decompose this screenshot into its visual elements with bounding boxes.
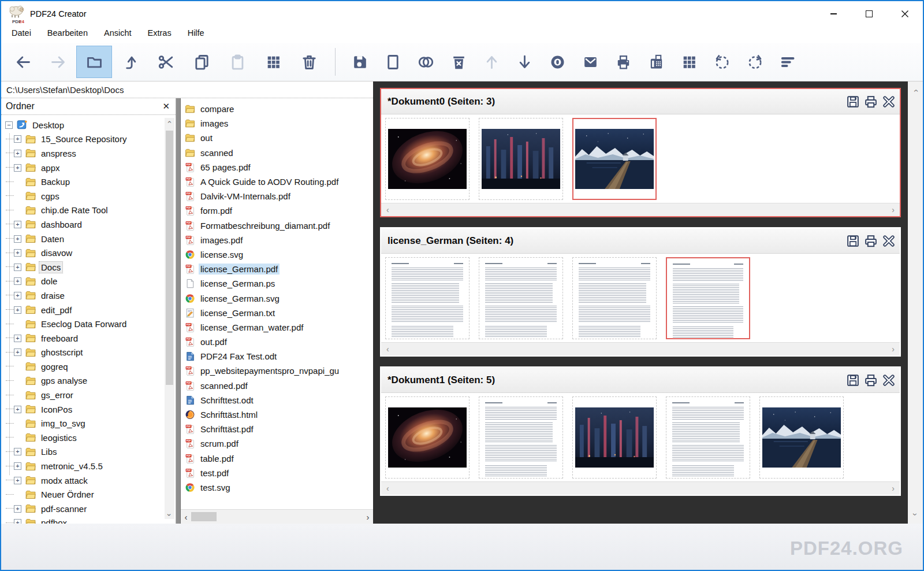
import-file-button[interactable] xyxy=(112,46,148,78)
tree-item-metronic-v4-5-5[interactable]: +metronic_v4.5.5 xyxy=(1,459,176,473)
expand-icon[interactable]: + xyxy=(14,348,21,356)
file-item-scrum-pdf[interactable]: PDFscrum.pdf xyxy=(185,436,373,451)
scroll-right-arrow-icon[interactable]: › xyxy=(892,205,895,214)
file-item-out[interactable]: out xyxy=(185,131,373,145)
fax-button[interactable] xyxy=(640,46,673,78)
file-item-schriftt-st-html[interactable]: Schrifttäst.html xyxy=(185,407,373,422)
tree-item-freeboard[interactable]: +freeboard xyxy=(1,331,176,346)
tree-item-docs[interactable]: +Docs xyxy=(1,260,176,275)
file-item-scanned-pdf[interactable]: PDFscanned.pdf xyxy=(185,379,373,393)
close-document-button[interactable] xyxy=(881,233,896,249)
save-button[interactable] xyxy=(344,46,377,78)
tree-item-neuer-rdner[interactable]: Neuer Ördner xyxy=(1,487,176,502)
tree-item-pdfbox[interactable]: +pdfbox xyxy=(1,516,176,524)
close-button[interactable] xyxy=(887,1,923,27)
path-bar[interactable]: C:\Users\Stefan\Desktop\Docs xyxy=(1,81,373,98)
file-item-form-pdf[interactable]: PDFform.pdf xyxy=(185,203,373,218)
document-group-0[interactable]: *Dokument0 (Seiten: 3)‹› xyxy=(380,88,901,217)
pane-divider[interactable] xyxy=(176,98,181,524)
page-grid-button[interactable] xyxy=(255,46,291,78)
file-item-pdf24-fax-test-odt[interactable]: PDF24 Fax Test.odt xyxy=(185,349,373,364)
page-thumbnail-1-galaxy[interactable] xyxy=(385,118,470,200)
menu-bearbeiten[interactable]: Bearbeiten xyxy=(39,27,96,39)
expand-icon[interactable]: + xyxy=(14,164,21,172)
document-header[interactable]: license_German (Seiten: 4) xyxy=(381,228,900,254)
expand-icon[interactable]: + xyxy=(14,462,21,470)
tree-item-desktop[interactable]: −Desktop xyxy=(1,118,176,132)
delete-document-button[interactable] xyxy=(442,46,475,78)
print-document-button[interactable] xyxy=(863,373,878,388)
tree-item-gogreq[interactable]: gogreq xyxy=(1,359,176,374)
tree-item-img-to-svg[interactable]: img_to_svg xyxy=(1,416,176,431)
page-thumbnail-4-text[interactable] xyxy=(666,396,750,479)
page-thumbnail-4-text[interactable] xyxy=(666,257,750,339)
page-thumbnail-1-galaxy[interactable] xyxy=(385,396,470,479)
document-horizontal-scrollbar[interactable]: ‹› xyxy=(381,203,900,216)
document-header[interactable]: *Dokument0 (Seiten: 3) xyxy=(381,89,900,114)
document-header[interactable]: *Dokument1 (Seiten: 5) xyxy=(381,368,900,393)
menu-datei[interactable]: Datei xyxy=(3,27,39,39)
file-item-out-pdf[interactable]: PDFout.pdf xyxy=(185,335,373,349)
page-grid-2-button[interactable] xyxy=(673,46,706,78)
save-document-button[interactable] xyxy=(845,233,860,249)
expand-icon[interactable]: + xyxy=(14,235,21,243)
scroll-down-arrow-icon[interactable]: › xyxy=(166,514,174,516)
document-group-1[interactable]: license_German (Seiten: 4)‹› xyxy=(380,227,901,357)
tree-item-15-source-repository[interactable]: +15_Source Repository xyxy=(1,132,176,147)
file-item-license-german-ps[interactable]: license_German.ps xyxy=(185,276,373,291)
scroll-right-arrow-icon[interactable]: › xyxy=(892,484,895,493)
print-button[interactable] xyxy=(607,46,640,78)
tree-item-appx[interactable]: +appx xyxy=(1,161,176,175)
expand-icon[interactable]: + xyxy=(14,150,21,157)
file-item-license-svg[interactable]: license.svg xyxy=(185,247,373,262)
scroll-left-arrow-icon[interactable]: ‹ xyxy=(386,344,389,354)
scroll-up-arrow-icon[interactable]: › xyxy=(166,121,174,123)
page-thumbnail-1-text[interactable] xyxy=(385,257,470,339)
scroll-left-arrow-icon[interactable]: ‹ xyxy=(386,484,389,493)
tree-item-edit-pdf[interactable]: +edit_pdf xyxy=(1,303,176,317)
file-item-dalvik-vm-internals-pdf[interactable]: PDFDalvik-VM-Internals.pdf xyxy=(185,189,373,203)
page-thumbnail-2-text[interactable] xyxy=(479,396,563,479)
file-item-scanned[interactable]: scanned xyxy=(185,146,373,160)
file-item-a-quick-guide-to-aodv-routing-pdf[interactable]: PDFA Quick Guide to AODV Routing.pdf xyxy=(185,175,373,189)
scroll-up-arrow-icon[interactable]: › xyxy=(911,90,920,92)
expand-icon[interactable]: + xyxy=(14,221,21,228)
file-list-horizontal-scrollbar[interactable]: ‹ › xyxy=(181,509,373,524)
minimize-button[interactable] xyxy=(815,1,851,27)
email-button[interactable] xyxy=(574,46,607,78)
copy-button[interactable] xyxy=(184,46,219,78)
scroll-left-arrow-icon[interactable]: ‹ xyxy=(386,205,389,214)
file-item-images[interactable]: images xyxy=(185,116,373,131)
sort-button[interactable] xyxy=(772,46,804,78)
file-item-65-pages-pdf[interactable]: PDF65 pages.pdf xyxy=(185,160,373,175)
file-item-license-german-svg[interactable]: license_German.svg xyxy=(185,291,373,305)
save-document-button[interactable] xyxy=(845,373,860,388)
expand-icon[interactable]: + xyxy=(14,292,21,299)
tree-item-draise[interactable]: +draise xyxy=(1,288,176,303)
print-document-button[interactable] xyxy=(863,233,878,249)
page-thumbnail-2-text[interactable] xyxy=(479,257,563,339)
tree-vertical-scrollbar[interactable]: › › xyxy=(165,118,174,519)
blank-page-button[interactable] xyxy=(377,46,409,78)
tree-item-dole[interactable]: +dole xyxy=(1,275,176,289)
delete-button[interactable] xyxy=(291,46,327,78)
close-document-button[interactable] xyxy=(881,94,896,109)
rotate-left-button[interactable] xyxy=(706,46,739,78)
document-horizontal-scrollbar[interactable]: ‹› xyxy=(381,342,900,355)
collapse-icon[interactable]: − xyxy=(5,121,13,129)
expand-icon[interactable]: + xyxy=(14,406,21,413)
page-thumbnail-3-lake[interactable] xyxy=(572,118,657,200)
expand-icon[interactable]: + xyxy=(14,306,21,314)
tree-item-disavow[interactable]: +disavow xyxy=(1,246,176,260)
tree-item-libs[interactable]: +Libs xyxy=(1,445,176,459)
file-item-license-german-water-pdf[interactable]: PDFlicense_German_water.pdf xyxy=(185,320,373,335)
scroll-right-arrow-icon[interactable]: › xyxy=(363,512,373,522)
print-document-button[interactable] xyxy=(863,94,878,109)
tree-item-leogistics[interactable]: leogistics xyxy=(1,431,176,445)
paste-button[interactable] xyxy=(219,46,255,78)
save-document-button[interactable] xyxy=(845,94,860,109)
workspace-vertical-scrollbar[interactable]: › › xyxy=(908,81,923,524)
expand-icon[interactable]: + xyxy=(14,264,21,271)
move-down-button[interactable] xyxy=(508,46,541,78)
tree-item-backup[interactable]: Backup xyxy=(1,175,176,189)
